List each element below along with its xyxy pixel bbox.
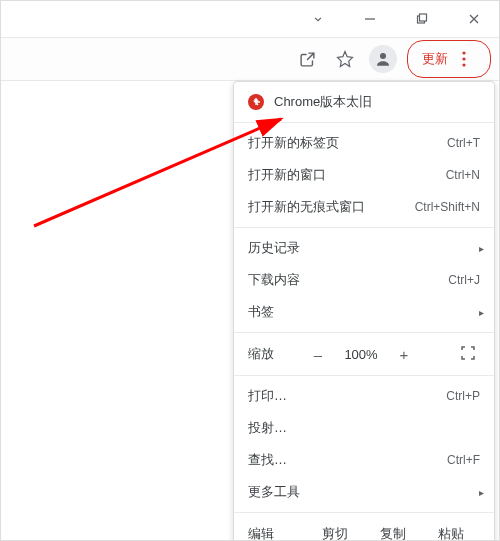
submenu-arrow-icon: ▸ (479, 487, 484, 498)
menu-item-print[interactable]: 打印… Ctrl+P (234, 380, 494, 412)
zoom-value: 100% (336, 347, 386, 362)
maximize-button[interactable] (405, 4, 439, 34)
menu-item-new-window[interactable]: 打开新的窗口 Ctrl+N (234, 159, 494, 191)
menu-divider (234, 122, 494, 123)
cut-button[interactable]: 剪切 (306, 525, 364, 541)
menu-item-chrome-outdated[interactable]: Chrome版本太旧 (234, 86, 494, 118)
menu-label: 书签 (248, 303, 480, 321)
update-label: 更新 (422, 50, 448, 68)
tab-dropdown-icon[interactable] (301, 4, 335, 34)
menu-item-cast[interactable]: 投射… (234, 412, 494, 444)
kebab-menu-icon[interactable] (452, 45, 476, 73)
zoom-out-button[interactable]: – (300, 346, 336, 363)
edit-label: 编辑 (248, 525, 306, 541)
menu-item-new-tab[interactable]: 打开新的标签页 Ctrl+T (234, 127, 494, 159)
menu-shortcut: Ctrl+J (448, 273, 480, 287)
copy-button[interactable]: 复制 (364, 525, 422, 541)
menu-divider (234, 332, 494, 333)
menu-item-zoom: 缩放 – 100% + (234, 337, 494, 371)
submenu-arrow-icon: ▸ (479, 307, 484, 318)
menu-label: 更多工具 (248, 483, 480, 501)
menu-label: 打开新的窗口 (248, 166, 446, 184)
menu-shortcut: Ctrl+F (447, 453, 480, 467)
main-menu: Chrome版本太旧 打开新的标签页 Ctrl+T 打开新的窗口 Ctrl+N … (233, 81, 495, 541)
menu-label: 打印… (248, 387, 446, 405)
paste-button[interactable]: 粘贴 (422, 525, 480, 541)
profile-avatar-icon[interactable] (369, 45, 397, 73)
window-titlebar (1, 1, 499, 37)
share-icon[interactable] (293, 45, 321, 73)
menu-item-history[interactable]: 历史记录 ▸ (234, 232, 494, 264)
menu-label: 查找… (248, 451, 447, 469)
close-button[interactable] (457, 4, 491, 34)
menu-item-find[interactable]: 查找… Ctrl+F (234, 444, 494, 476)
menu-item-downloads[interactable]: 下载内容 Ctrl+J (234, 264, 494, 296)
zoom-label: 缩放 (248, 345, 300, 363)
zoom-in-button[interactable]: + (386, 346, 422, 363)
menu-label: Chrome版本太旧 (274, 93, 480, 111)
menu-label: 投射… (248, 419, 480, 437)
minimize-button[interactable] (353, 4, 387, 34)
bookmark-star-icon[interactable] (331, 45, 359, 73)
menu-shortcut: Ctrl+T (447, 136, 480, 150)
svg-rect-2 (420, 14, 427, 21)
update-button[interactable]: 更新 (407, 40, 491, 78)
menu-divider (234, 227, 494, 228)
menu-shortcut: Ctrl+P (446, 389, 480, 403)
svg-point-5 (462, 57, 465, 60)
menu-divider (234, 375, 494, 376)
svg-point-4 (462, 51, 465, 54)
menu-item-new-incognito[interactable]: 打开新的无痕式窗口 Ctrl+Shift+N (234, 191, 494, 223)
warning-icon (248, 94, 264, 110)
fullscreen-icon[interactable] (456, 346, 480, 363)
menu-label: 下载内容 (248, 271, 448, 289)
svg-point-6 (462, 63, 465, 66)
menu-item-more-tools[interactable]: 更多工具 ▸ (234, 476, 494, 508)
menu-label: 打开新的无痕式窗口 (248, 198, 415, 216)
menu-shortcut: Ctrl+Shift+N (415, 200, 480, 214)
menu-divider (234, 512, 494, 513)
menu-item-edit: 编辑 剪切 复制 粘贴 (234, 517, 494, 541)
browser-toolbar: 更新 (1, 37, 499, 81)
submenu-arrow-icon: ▸ (479, 243, 484, 254)
svg-point-3 (380, 53, 386, 59)
menu-label: 打开新的标签页 (248, 134, 447, 152)
menu-label: 历史记录 (248, 239, 480, 257)
menu-item-bookmarks[interactable]: 书签 ▸ (234, 296, 494, 328)
menu-shortcut: Ctrl+N (446, 168, 480, 182)
